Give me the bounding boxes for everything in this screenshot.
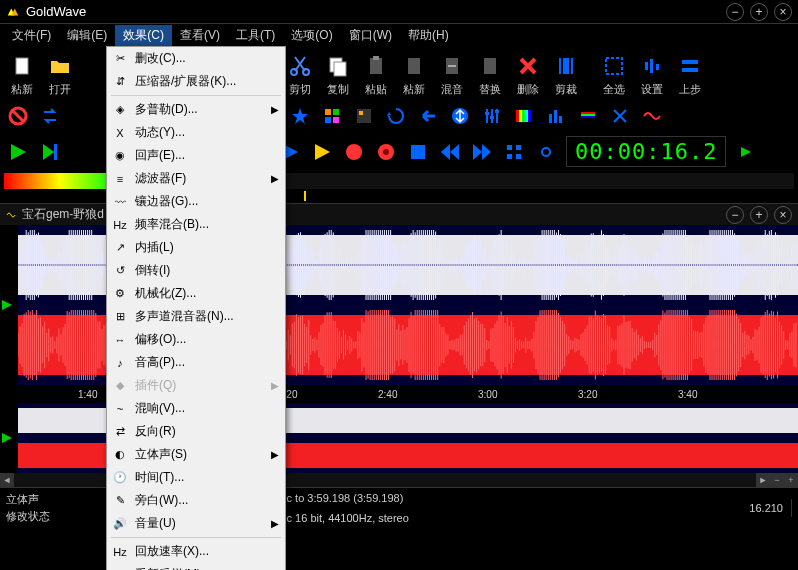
menu-option[interactable]: 选项(O): [283, 25, 340, 46]
dropdown-item[interactable]: ◉回声(E)...: [107, 144, 285, 167]
dropdown-item[interactable]: ⊞多声道混音器(N)...: [107, 305, 285, 328]
fx-film-icon[interactable]: [352, 104, 376, 128]
fx-rainbow-icon[interactable]: [576, 104, 600, 128]
fx-forbid-icon[interactable]: [6, 104, 30, 128]
menu-edit[interactable]: 编辑(E): [59, 25, 115, 46]
grid-button[interactable]: [502, 140, 526, 164]
fx-cross-icon[interactable]: [608, 104, 632, 128]
play-small-icon[interactable]: [734, 140, 758, 164]
dropdown-label: 回声(E)...: [135, 147, 185, 164]
play-green-button[interactable]: [6, 140, 30, 164]
tb-settings[interactable]: 设置: [634, 50, 670, 99]
tb-replace[interactable]: 替换: [472, 50, 508, 99]
menu-window[interactable]: 窗口(W): [341, 25, 400, 46]
tb-paste-new[interactable]: 粘新: [4, 50, 40, 99]
tb-copy[interactable]: 复制: [320, 50, 356, 99]
svg-marker-55: [482, 144, 491, 160]
fx-bars-icon[interactable]: [544, 104, 568, 128]
dropdown-item[interactable]: ◐立体声(S)▶: [107, 443, 285, 466]
rewind-button[interactable]: [438, 140, 462, 164]
dropdown-item[interactable]: ≡滤波器(F)▶: [107, 167, 285, 190]
dropdown-item[interactable]: 〰镶边器(G)...: [107, 190, 285, 213]
status-range: lec to 3:59.198 (3:59.198): [270, 489, 417, 507]
fx-sliders-icon[interactable]: [480, 104, 504, 128]
tb-select-all[interactable]: 全选: [596, 50, 632, 99]
dropdown-item[interactable]: Hz回放速率(X)...: [107, 540, 285, 563]
dropdown-item[interactable]: ⚙机械化(Z)...: [107, 282, 285, 305]
app-logo-icon: [6, 5, 20, 19]
dropdown-item[interactable]: ⇄反向(R): [107, 420, 285, 443]
menu-tool[interactable]: 工具(T): [228, 25, 283, 46]
clock-icon: 🕐: [111, 470, 129, 486]
doc-minimize-button[interactable]: −: [726, 206, 744, 224]
invert-icon: ↺: [111, 263, 129, 279]
svg-rect-37: [554, 110, 557, 123]
tb-paste-to[interactable]: 粘新: [396, 50, 432, 99]
fx-swap-icon[interactable]: [38, 104, 62, 128]
dropdown-item[interactable]: ✂删改(C)...: [107, 47, 285, 70]
interp-icon: ↗: [111, 240, 129, 256]
record-button[interactable]: [342, 140, 366, 164]
tb-cut[interactable]: 剪切: [282, 50, 318, 99]
fforward-button[interactable]: [470, 140, 494, 164]
svg-marker-47: [315, 144, 330, 160]
menu-view[interactable]: 查看(V): [172, 25, 228, 46]
dropdown-item: ◆插件(Q)▶: [107, 374, 285, 397]
fx-star-icon[interactable]: [288, 104, 312, 128]
scroll-right-button[interactable]: ►: [756, 473, 770, 487]
play-yellow-button[interactable]: [310, 140, 334, 164]
svg-rect-21: [333, 109, 339, 115]
close-button[interactable]: ×: [774, 3, 792, 21]
menu-effect[interactable]: 效果(C): [115, 25, 172, 46]
dropdown-item[interactable]: 🕐时间(T)...: [107, 466, 285, 489]
svg-rect-23: [333, 117, 339, 123]
play-marker-icon[interactable]: [0, 431, 14, 445]
stop-button[interactable]: [406, 140, 430, 164]
tb-prev[interactable]: 上步: [672, 50, 708, 99]
dropdown-item[interactable]: ↗内插(L): [107, 236, 285, 259]
fx-wave-icon[interactable]: [640, 104, 664, 128]
play-marker-icon[interactable]: [0, 298, 14, 312]
dropdown-label: 音高(P)...: [135, 354, 185, 371]
dropdown-item[interactable]: 🔊音量(U)▶: [107, 512, 285, 535]
dropdown-item[interactable]: X动态(Y)...: [107, 121, 285, 144]
dropdown-label: 立体声(S): [135, 446, 187, 463]
fx-cycle-icon[interactable]: [384, 104, 408, 128]
svg-rect-42: [581, 116, 595, 118]
dropdown-label: 内插(L): [135, 239, 174, 256]
dropdown-item[interactable]: ~混响(V)...: [107, 397, 285, 420]
zoom-out-button[interactable]: −: [770, 473, 784, 487]
dropdown-item[interactable]: ♪音高(P)...: [107, 351, 285, 374]
link-button[interactable]: [534, 140, 558, 164]
fx-spectrum-icon[interactable]: [512, 104, 536, 128]
dropdown-item[interactable]: Hz重新采样(M)...: [107, 563, 285, 570]
fx-left-arrow-icon[interactable]: [416, 104, 440, 128]
xy-icon: X: [111, 125, 129, 141]
svg-rect-56: [507, 145, 512, 150]
zoom-in-button[interactable]: +: [784, 473, 798, 487]
record-alt-button[interactable]: [374, 140, 398, 164]
fx-grid-icon[interactable]: [320, 104, 344, 128]
dropdown-item[interactable]: ⇵压缩器/扩展器(K)...: [107, 70, 285, 93]
tb-mix[interactable]: 混音: [434, 50, 470, 99]
minimize-button[interactable]: −: [726, 3, 744, 21]
dropdown-item[interactable]: ✎旁白(W)...: [107, 489, 285, 512]
svg-rect-9: [408, 58, 420, 74]
svg-marker-53: [450, 144, 459, 160]
tb-delete[interactable]: 删除: [510, 50, 546, 99]
menu-help[interactable]: 帮助(H): [400, 25, 457, 46]
maximize-button[interactable]: +: [750, 3, 768, 21]
dropdown-item[interactable]: ↺倒转(I): [107, 259, 285, 282]
play-end-button[interactable]: [38, 140, 62, 164]
tb-trim[interactable]: 剪裁: [548, 50, 584, 99]
fx-updown-icon[interactable]: [448, 104, 472, 128]
dropdown-item[interactable]: ↔偏移(O)...: [107, 328, 285, 351]
tb-open[interactable]: 打开: [42, 50, 78, 99]
tb-paste[interactable]: 粘贴: [358, 50, 394, 99]
dropdown-item[interactable]: ◈多普勒(D)...▶: [107, 98, 285, 121]
scroll-left-button[interactable]: ◄: [0, 473, 14, 487]
menu-file[interactable]: 文件(F): [4, 25, 59, 46]
doc-close-button[interactable]: ×: [774, 206, 792, 224]
dropdown-item[interactable]: Hz频率混合(B)...: [107, 213, 285, 236]
doc-maximize-button[interactable]: +: [750, 206, 768, 224]
